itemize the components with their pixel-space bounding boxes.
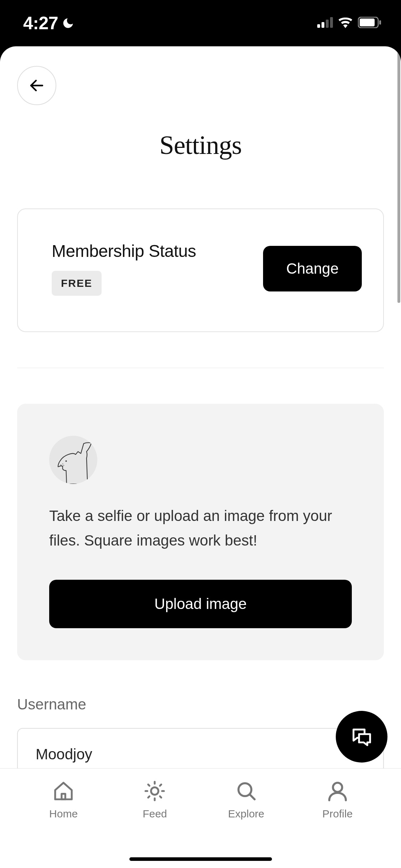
svg-point-25 bbox=[333, 783, 342, 792]
tab-home[interactable]: Home bbox=[18, 780, 109, 868]
upload-image-button[interactable]: Upload image bbox=[49, 580, 352, 628]
status-right bbox=[317, 17, 381, 30]
search-icon bbox=[235, 780, 257, 802]
svg-line-24 bbox=[250, 795, 254, 799]
svg-line-21 bbox=[148, 796, 150, 798]
svg-point-12 bbox=[63, 465, 64, 466]
svg-rect-2 bbox=[326, 20, 329, 28]
upload-description: Take a selfie or upload an image from yo… bbox=[49, 503, 352, 553]
home-indicator[interactable] bbox=[129, 857, 272, 861]
svg-rect-6 bbox=[379, 20, 381, 25]
change-membership-button[interactable]: Change bbox=[263, 246, 362, 291]
chat-icon bbox=[351, 726, 373, 748]
membership-title: Membership Status bbox=[52, 241, 196, 261]
svg-point-10 bbox=[62, 464, 63, 464]
svg-point-9 bbox=[61, 465, 61, 465]
tab-label: Home bbox=[49, 808, 78, 820]
tab-label: Profile bbox=[322, 808, 353, 820]
svg-point-11 bbox=[61, 465, 62, 466]
cellular-signal-icon bbox=[317, 17, 333, 29]
svg-line-17 bbox=[148, 785, 150, 786]
svg-rect-5 bbox=[360, 19, 375, 26]
svg-rect-3 bbox=[330, 17, 333, 28]
app-viewport: Settings Membership Status FREE Change bbox=[0, 46, 401, 868]
svg-line-22 bbox=[160, 785, 161, 786]
svg-rect-0 bbox=[317, 24, 320, 28]
home-icon bbox=[52, 780, 74, 802]
back-button[interactable] bbox=[17, 66, 56, 105]
upload-card: Take a selfie or upload an image from yo… bbox=[17, 404, 384, 660]
tab-label: Feed bbox=[143, 808, 167, 820]
status-bar: 4:27 bbox=[0, 0, 401, 46]
tab-bar: Home Feed Explore Profile bbox=[0, 768, 401, 868]
username-label: Username bbox=[17, 696, 384, 713]
svg-rect-1 bbox=[322, 22, 324, 28]
svg-rect-13 bbox=[62, 794, 65, 800]
membership-badge: FREE bbox=[52, 271, 102, 296]
tab-feed[interactable]: Feed bbox=[109, 780, 200, 868]
svg-line-18 bbox=[160, 796, 161, 798]
avatar-placeholder bbox=[49, 436, 97, 484]
wifi-icon bbox=[338, 17, 353, 30]
divider bbox=[17, 368, 384, 368]
tab-label: Explore bbox=[228, 808, 264, 820]
arrow-left-icon bbox=[28, 77, 45, 94]
svg-point-8 bbox=[66, 460, 67, 462]
status-time: 4:27 bbox=[23, 13, 58, 33]
svg-point-14 bbox=[151, 787, 159, 795]
membership-card: Membership Status FREE Change bbox=[17, 208, 384, 332]
page-title: Settings bbox=[17, 130, 384, 160]
status-left: 4:27 bbox=[23, 13, 74, 33]
sun-icon bbox=[144, 780, 166, 802]
membership-info: Membership Status FREE bbox=[52, 241, 196, 296]
user-icon bbox=[327, 780, 349, 802]
chat-fab[interactable] bbox=[336, 711, 387, 763]
moon-icon bbox=[62, 17, 74, 30]
dog-avatar-icon bbox=[49, 441, 97, 484]
tab-explore[interactable]: Explore bbox=[201, 780, 292, 868]
tab-profile[interactable]: Profile bbox=[292, 780, 383, 868]
battery-icon bbox=[358, 17, 381, 30]
